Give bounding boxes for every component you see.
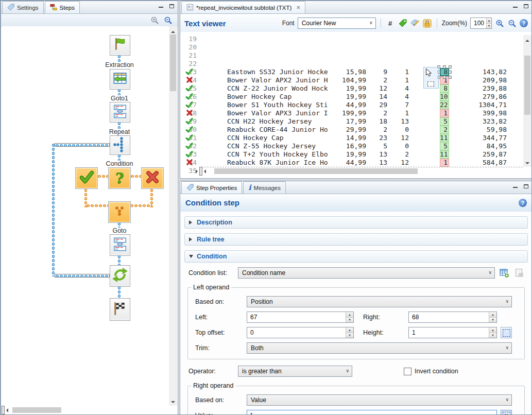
tab-step-properties[interactable]: Step Properties	[181, 181, 242, 194]
select-text-button[interactable]	[501, 410, 512, 415]
flow-node-merge[interactable]	[108, 201, 131, 223]
tv-data-row[interactable]: 28Bower Valor APX3 Junior I199,99211399,…	[181, 109, 523, 117]
scroll-thumb[interactable]	[170, 34, 176, 91]
condition-list-select[interactable]: Condition name∨	[238, 267, 495, 279]
tv-data-row[interactable]: 31CCN Hockey Cap14,99231211344,77	[181, 134, 523, 142]
condition-cell[interactable]: 1	[440, 159, 449, 167]
condition-cell[interactable]: 22	[440, 101, 449, 109]
maximize-icon[interactable]	[169, 4, 175, 9]
minimize-icon[interactable]	[512, 4, 518, 9]
condition-cell[interactable]: 11	[440, 150, 449, 159]
edit-tag-icon[interactable]	[410, 19, 420, 28]
add-condition-icon[interactable]	[499, 267, 510, 279]
left-spinner[interactable]: 67 ▲▼	[247, 312, 354, 323]
steps-horizontal-scrollbar[interactable]	[2, 406, 5, 414]
condition-cell[interactable]: 1	[440, 109, 449, 117]
left-based-on-select[interactable]: Position∨	[247, 296, 512, 307]
spin-down-icon[interactable]: ▼	[489, 333, 496, 338]
tv-data-row[interactable]: 26Bower Hockey Cap19,9914410279,86	[181, 93, 523, 101]
spin-up-icon[interactable]: ▲	[346, 312, 353, 318]
scroll-thumb[interactable]	[214, 168, 418, 174]
tag-icon[interactable]	[398, 19, 407, 28]
scroll-left-icon[interactable]	[202, 169, 206, 174]
help-icon[interactable]: ?	[519, 199, 527, 207]
scroll-down-icon[interactable]	[171, 401, 175, 405]
close-icon[interactable]: ×	[296, 5, 300, 10]
flow-node-start[interactable]	[110, 35, 130, 56]
tv-data-row[interactable]: 32CCN Z-55 Hockey Jersey16,9950584,95	[181, 142, 523, 150]
flow-node-condition-true[interactable]	[75, 167, 98, 189]
zoom-out-icon[interactable]	[507, 19, 517, 28]
tv-data-row[interactable]: 29CCN H22 Hockey Jersey17,9918135323,82	[181, 117, 523, 126]
condition-cell[interactable]: 8	[440, 68, 449, 76]
flow-node-goto1[interactable]	[110, 102, 130, 123]
scroll-thumb[interactable]	[524, 56, 530, 115]
flow-node-loop[interactable]	[110, 265, 130, 287]
spin-down-icon[interactable]: ▼	[346, 333, 353, 338]
selection-handle[interactable]	[443, 65, 446, 68]
tv-data-row[interactable]: 25CCN Z-22 Junior Wood Hock19,991248239,…	[181, 84, 523, 93]
zoom-in-icon[interactable]	[150, 15, 159, 25]
minimize-icon[interactable]	[512, 184, 518, 189]
scroll-down-icon[interactable]	[525, 162, 529, 166]
line-numbers-icon[interactable]: #	[386, 19, 395, 28]
spin-up-icon[interactable]: ▲	[489, 327, 496, 333]
condition-cell[interactable]: 2	[440, 126, 449, 134]
selection-handle[interactable]	[449, 65, 452, 68]
selection-handle[interactable]	[449, 71, 452, 74]
condition-cell[interactable]: 11	[440, 134, 449, 142]
scroll-thumb[interactable]	[12, 407, 61, 413]
section-rule-tree[interactable]: Rule tree	[184, 233, 528, 246]
zoom-out-icon[interactable]	[163, 15, 173, 25]
flow-node-condition-false[interactable]	[141, 167, 164, 189]
spin-down-icon[interactable]: ▼	[346, 318, 353, 323]
spin-up-icon[interactable]: ▲	[489, 312, 496, 318]
maximize-icon[interactable]	[523, 184, 529, 189]
operator-select[interactable]: is greater than∨	[238, 366, 352, 377]
section-description[interactable]: Description	[184, 216, 528, 229]
condition-cell[interactable]: 5	[440, 117, 449, 126]
tab-steps[interactable]: Steps	[45, 1, 80, 13]
tab-messages[interactable]: i Messages	[243, 181, 286, 194]
flow-node-end[interactable]	[110, 298, 130, 321]
font-select[interactable]: Courier New∨	[298, 18, 376, 29]
tv-data-row[interactable]: 23Eastown SS32 Junior Hocke15,98918143,8…	[181, 68, 523, 76]
condition-cell[interactable]: 5	[440, 142, 449, 150]
viewer-vertical-scrollbar[interactable]	[523, 35, 531, 167]
tab-settings[interactable]: Settings	[2, 1, 44, 13]
spin-down-icon[interactable]: ▼	[489, 318, 496, 323]
restore-icon[interactable]	[523, 4, 529, 9]
tv-data-row[interactable]: 24Bower Valor APX2 Junior H104,99211209,…	[181, 76, 523, 84]
scroll-left-icon[interactable]	[4, 408, 8, 412]
flow-node-goto[interactable]	[110, 234, 130, 256]
tv-data-row[interactable]: 30Reabuck CORE-44 Junior Ho29,9920259,98	[181, 126, 523, 134]
section-condition[interactable]: Condition	[184, 250, 528, 263]
tv-data-row[interactable]: 27Bower S1 Youth Hockey Sti44,9929722130…	[181, 101, 523, 109]
flowchart-canvas[interactable]: Extraction Goto1 Repeat Conditio	[2, 26, 169, 406]
value-input[interactable]: 1	[247, 410, 497, 415]
scroll-up-icon[interactable]	[171, 29, 175, 33]
zoom-in-icon[interactable]	[495, 19, 504, 28]
tv-data-row[interactable]: 33CCN T+2 Youth Hockey Elbo19,9913211259…	[181, 150, 523, 159]
selection-handle[interactable]	[443, 76, 446, 79]
tv-data-row[interactable]: 34Reabuck 87K Junior Ice Ho44,9913121584…	[181, 159, 523, 167]
condition-cell[interactable]: 8	[440, 84, 449, 93]
lock-icon[interactable]	[423, 19, 432, 28]
select-region-button[interactable]	[501, 327, 512, 338]
scroll-right-icon[interactable]	[0, 408, 2, 412]
condition-cell[interactable]: 10	[440, 93, 449, 101]
right-based-on-select[interactable]: Value∨	[247, 394, 512, 406]
flow-node-extraction[interactable]	[110, 69, 130, 90]
scroll-up-icon[interactable]	[525, 38, 529, 42]
top-offset-spinner[interactable]: 0 ▲▼	[247, 327, 354, 338]
tab-document[interactable]: A *repeat_invoicewitout subtotal (TXT) ×	[181, 1, 305, 13]
viewer-horizontal-scrollbar[interactable]	[199, 167, 202, 176]
minimize-icon[interactable]	[158, 4, 164, 9]
text-viewer[interactable]: 1920212223Eastown SS32 Junior Hocke15,98…	[181, 32, 531, 178]
right-spinner[interactable]: 68 ▲▼	[408, 312, 497, 323]
height-spinner[interactable]: 1 ▲▼	[408, 327, 497, 338]
trim-select[interactable]: Both∨	[247, 342, 512, 354]
help-icon[interactable]: ?	[520, 19, 528, 27]
scroll-right-icon[interactable]	[196, 169, 200, 174]
invert-condition-checkbox[interactable]: Invert condition	[404, 368, 458, 375]
